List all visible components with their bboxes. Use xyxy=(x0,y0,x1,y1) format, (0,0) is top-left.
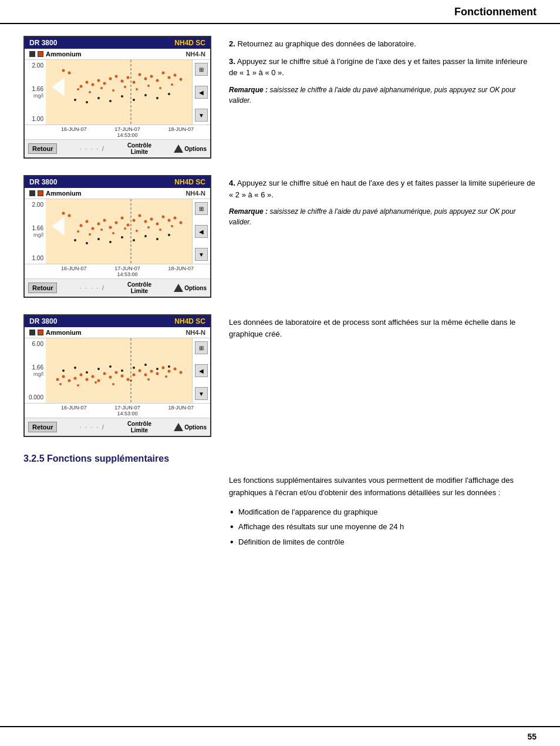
svg-point-24 xyxy=(147,85,150,87)
chart-arrow-2 xyxy=(52,217,65,236)
svg-point-96 xyxy=(162,367,165,369)
svg-point-21 xyxy=(112,89,114,92)
svg-point-100 xyxy=(59,383,62,385)
svg-point-7 xyxy=(121,80,124,83)
text-area-3: Les données de laboratoire et de process… xyxy=(229,314,537,345)
legend-ammonium-1: Ammonium xyxy=(46,51,82,58)
svg-point-86 xyxy=(103,372,106,375)
y-mid-3: 1.66mg/l xyxy=(28,364,43,377)
legend-nh4n-3: NH4-N xyxy=(185,329,205,336)
svg-point-105 xyxy=(147,378,150,381)
svg-point-97 xyxy=(168,370,171,373)
legend-dark-sq xyxy=(29,51,35,57)
options-btn-2[interactable]: Options xyxy=(174,284,207,292)
triangle-icon-1 xyxy=(174,145,183,153)
svg-point-36 xyxy=(156,97,158,99)
svg-point-114 xyxy=(144,364,147,366)
y-top-3: 6.00 xyxy=(28,341,43,347)
legend-ammonium-2: Ammonium xyxy=(46,190,82,197)
controle-btn-1[interactable]: ContrôleLimite xyxy=(127,142,151,155)
btn-down-1[interactable]: ▼ xyxy=(195,109,208,122)
legend-orange-sq-2 xyxy=(38,190,43,196)
page: Fonctionnement DR 3800 NH4D SC Ammonium xyxy=(0,0,560,746)
svg-point-32 xyxy=(109,100,112,102)
chart-svg-2 xyxy=(46,199,192,264)
step-4-note: Remarque : saisissez le chiffre à l'aide… xyxy=(229,206,537,227)
btn-screen-2[interactable]: ⊞ xyxy=(195,202,208,215)
triangle-icon-2 xyxy=(174,284,183,292)
options-btn-3[interactable]: Options xyxy=(174,423,207,431)
svg-point-31 xyxy=(97,97,100,99)
chart-3-subheader: Ammonium NH4-N xyxy=(25,327,210,338)
y-axis-3: 6.00 1.66mg/l 0.000 xyxy=(25,338,46,403)
x-label-3-2: 17-JUN-0714:53:00 xyxy=(114,405,140,416)
x-axis-1: 16-JUN-07 17-JUN-0714:53:00 18-JUN-07 xyxy=(25,125,210,139)
svg-point-25 xyxy=(159,87,161,89)
btn-left-1[interactable]: ◀ xyxy=(195,86,208,99)
x-label-2-3: 18-JUN-07 xyxy=(168,266,194,277)
chart-1-body: 2.00 1.66mg/l 1.00 xyxy=(25,60,210,125)
svg-point-26 xyxy=(171,83,173,86)
svg-point-64 xyxy=(159,228,161,231)
channel-name-3: NH4D SC xyxy=(174,317,205,325)
svg-point-41 xyxy=(92,227,95,230)
dr-chart-2: DR 3800 NH4D SC Ammonium NH4-N 2.00 xyxy=(23,175,211,298)
legend-dark-sq-2 xyxy=(29,190,35,196)
legend-box-3: Ammonium xyxy=(29,329,82,336)
page-title: Fonctionnement xyxy=(454,6,537,18)
svg-point-75 xyxy=(156,238,158,240)
btn-screen-3[interactable]: ⊞ xyxy=(195,341,208,354)
svg-point-79 xyxy=(62,375,65,378)
svg-point-61 xyxy=(124,227,126,230)
svg-point-48 xyxy=(133,219,136,222)
device-name-1: DR 3800 xyxy=(29,39,57,47)
chart-plot-2 xyxy=(46,199,192,264)
chart-3-area: DR 3800 NH4D SC Ammonium NH4-N 6.00 xyxy=(23,314,211,437)
btn-down-3[interactable]: ▼ xyxy=(195,387,208,400)
retour-btn-1[interactable]: Retour xyxy=(28,143,57,154)
svg-point-39 xyxy=(80,224,83,227)
svg-point-44 xyxy=(109,226,112,229)
svg-point-23 xyxy=(136,88,138,90)
channel-name-1: NH4D SC xyxy=(174,39,205,47)
svg-point-35 xyxy=(144,94,147,96)
section-row-3: DR 3800 NH4D SC Ammonium NH4-N 6.00 xyxy=(23,314,537,437)
chart-2-area: DR 3800 NH4D SC Ammonium NH4-N 2.00 xyxy=(23,175,211,298)
options-btn-1[interactable]: Options xyxy=(174,145,207,153)
chart-1-right-btns: ⊞ ◀ ▼ xyxy=(192,60,210,125)
retour-btn-2[interactable]: Retour xyxy=(28,283,57,293)
dr-chart-1: DR 3800 NH4D SC Ammonium NH4-N 2.00 xyxy=(23,36,211,159)
btn-down-2[interactable]: ▼ xyxy=(195,248,208,261)
svg-point-83 xyxy=(86,378,89,381)
section-325-left xyxy=(23,472,211,551)
svg-point-103 xyxy=(112,383,114,385)
svg-point-74 xyxy=(144,235,147,237)
legend-orange-sq-3 xyxy=(38,330,43,335)
svg-point-88 xyxy=(115,371,118,374)
chart-2-subheader: Ammonium NH4-N xyxy=(25,188,210,199)
btn-left-2[interactable]: ◀ xyxy=(195,225,208,238)
svg-point-20 xyxy=(100,87,103,89)
triangle-icon-3 xyxy=(174,423,183,431)
btn-left-3[interactable]: ◀ xyxy=(195,364,208,377)
dr-chart-3: DR 3800 NH4D SC Ammonium NH4-N 6.00 xyxy=(23,314,211,437)
svg-point-70 xyxy=(97,238,100,240)
svg-point-69 xyxy=(86,242,88,244)
svg-point-54 xyxy=(168,219,171,222)
retour-btn-3[interactable]: Retour xyxy=(28,422,57,432)
btn-screen-1[interactable]: ⊞ xyxy=(195,63,208,76)
section-row-2: DR 3800 NH4D SC Ammonium NH4-N 2.00 xyxy=(23,175,537,298)
controle-btn-2[interactable]: ContrôleLimite xyxy=(127,281,151,294)
svg-point-8 xyxy=(127,76,130,79)
chart-3-right-btns: ⊞ ◀ ▼ xyxy=(192,338,210,403)
svg-point-18 xyxy=(77,88,79,90)
controle-btn-3[interactable]: ContrôleLimite xyxy=(127,421,151,434)
svg-point-80 xyxy=(68,379,71,382)
svg-point-17 xyxy=(180,78,183,81)
svg-point-13 xyxy=(156,79,159,82)
step-3-desc: Appuyez sur le chiffre situé à l'origine… xyxy=(229,57,527,78)
svg-point-42 xyxy=(97,223,100,226)
svg-point-111 xyxy=(109,365,112,368)
svg-point-82 xyxy=(80,374,83,377)
footer-dots-1: · · · · / xyxy=(80,146,105,152)
